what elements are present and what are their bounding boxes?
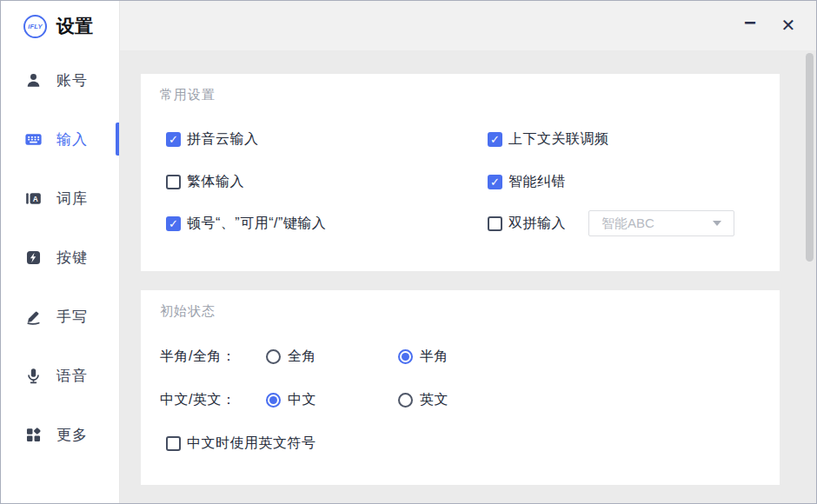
radio[interactable] <box>266 393 281 408</box>
checkbox[interactable] <box>166 175 181 189</box>
check-icon: ✓ <box>169 134 178 145</box>
sidebar-item-label: 按键 <box>56 248 88 268</box>
radio-option-halfwidth[interactable]: 半角 <box>398 344 448 368</box>
radio-option-chinese[interactable]: 中文 <box>266 388 316 412</box>
radio-label: 全角 <box>288 348 316 366</box>
checkbox[interactable]: ✓ <box>166 216 181 231</box>
close-icon: ✕ <box>781 15 796 36</box>
shuangpin-group: 双拼输入 智能ABC <box>488 211 734 235</box>
radio[interactable] <box>398 393 413 408</box>
checkbox-option-context-tuning[interactable]: ✓ 上下文关联调频 <box>488 127 609 151</box>
sidebar-item-label: 词库 <box>56 189 88 209</box>
checkbox-label: 繁体输入 <box>187 173 244 191</box>
radio[interactable] <box>398 349 413 364</box>
checkbox-row: ✓ 顿号“、”可用“/”键输入 双拼输入 智能ABC <box>141 211 780 235</box>
settings-window: − ✕ iFLY 设置 账号 输入 A 词库 <box>0 0 817 504</box>
user-icon <box>25 72 42 89</box>
check-icon: ✓ <box>169 218 178 229</box>
svg-text:A: A <box>33 194 38 202</box>
checkbox-option-english-symbols[interactable]: 中文时使用英文符号 <box>166 431 316 455</box>
check-icon: ✓ <box>490 134 500 145</box>
sidebar-item-label: 手写 <box>56 307 88 327</box>
app-title: 设置 <box>56 14 93 38</box>
sidebar-item-handwriting[interactable]: 手写 <box>1 299 119 334</box>
radio-option-fullwidth[interactable]: 全角 <box>266 344 316 368</box>
checkbox-row: 繁体输入 ✓ 智能纠错 <box>141 169 780 194</box>
panel-initial-state: 初始状态 半角/全角： 全角 半角 中文/英文： 中文 <box>141 290 780 485</box>
radio-row-width: 半角/全角： 全角 半角 <box>141 344 780 368</box>
checkbox[interactable]: ✓ <box>488 175 502 189</box>
checkbox-label: 拼音云输入 <box>187 130 259 149</box>
radio-label: 英文 <box>420 391 448 409</box>
microphone-icon <box>25 368 42 384</box>
logo-text: iFLY <box>28 23 43 30</box>
checkbox-option-smart-correction[interactable]: ✓ 智能纠错 <box>488 169 566 194</box>
checkbox-row: 中文时使用英文符号 <box>141 431 780 455</box>
sidebar-item-input[interactable]: 输入 <box>1 122 119 156</box>
checkbox[interactable] <box>488 216 502 231</box>
sidebar: iFLY 设置 账号 输入 A 词库 按键 <box>1 1 120 503</box>
radio-option-english[interactable]: 英文 <box>398 388 448 412</box>
sidebar-item-label: 账号 <box>56 70 88 90</box>
sidebar-item-label: 更多 <box>56 425 88 445</box>
checkbox[interactable]: ✓ <box>488 132 502 147</box>
checkbox[interactable]: ✓ <box>166 132 181 147</box>
settings-content: 常用设置 ✓ 拼音云输入 ✓ 上下文关联调频 繁体输入 ✓ 智能纠 <box>121 50 816 503</box>
close-button[interactable]: ✕ <box>774 11 802 39</box>
radio[interactable] <box>266 349 281 364</box>
titlebar: − ✕ <box>120 1 816 50</box>
sidebar-item-voice[interactable]: 语音 <box>1 358 119 393</box>
sidebar-item-more[interactable]: 更多 <box>1 417 119 452</box>
section-header: 初始状态 <box>160 303 216 320</box>
lexicon-icon: A <box>25 190 42 207</box>
check-icon: ✓ <box>490 176 500 188</box>
radio-row-label: 中文/英文： <box>160 391 236 409</box>
dropdown-value: 智能ABC <box>601 216 713 232</box>
sidebar-item-account[interactable]: 账号 <box>1 63 119 97</box>
checkbox-label: 顿号“、”可用“/”键输入 <box>187 215 326 233</box>
dropdown-arrow-icon <box>713 221 721 226</box>
sidebar-item-keys[interactable]: 按键 <box>1 240 119 275</box>
minimize-icon: − <box>744 10 756 35</box>
scrollbar-thumb[interactable] <box>806 53 814 262</box>
radio-row-label: 半角/全角： <box>160 348 236 366</box>
section-header: 常用设置 <box>160 87 216 103</box>
sidebar-item-lexicon[interactable]: A 词库 <box>1 181 119 216</box>
checkbox-label: 中文时使用英文符号 <box>187 434 316 453</box>
radio-row-language: 中文/英文： 中文 英文 <box>141 388 780 412</box>
checkbox-label: 上下文关联调频 <box>508 130 609 149</box>
active-tab-indicator <box>116 123 119 156</box>
radio-label: 中文 <box>288 391 316 409</box>
checkbox[interactable] <box>166 436 181 451</box>
checkbox-option-traditional[interactable]: 繁体输入 <box>166 169 244 194</box>
checkbox-option-dunhao-slash[interactable]: ✓ 顿号“、”可用“/”键输入 <box>166 211 326 235</box>
sidebar-item-label: 语音 <box>56 366 88 386</box>
panel-common-settings: 常用设置 ✓ 拼音云输入 ✓ 上下文关联调频 繁体输入 ✓ 智能纠 <box>141 74 780 271</box>
minimize-button[interactable]: − <box>736 11 764 39</box>
bolt-icon <box>25 249 42 266</box>
pen-icon <box>25 308 42 325</box>
checkbox-label: 智能纠错 <box>508 173 566 191</box>
keyboard-icon <box>25 131 42 148</box>
checkbox-row: ✓ 拼音云输入 ✓ 上下文关联调频 <box>141 127 780 151</box>
radio-label: 半角 <box>420 348 448 366</box>
checkbox-label: 双拼输入 <box>508 215 566 233</box>
checkbox-option-pinyin-cloud[interactable]: ✓ 拼音云输入 <box>166 127 259 151</box>
sidebar-item-label: 输入 <box>56 129 88 149</box>
grid-icon <box>25 427 42 443</box>
shuangpin-scheme-dropdown[interactable]: 智能ABC <box>588 210 734 236</box>
app-brand: iFLY 设置 <box>23 14 93 38</box>
ifly-logo-icon: iFLY <box>23 15 47 38</box>
